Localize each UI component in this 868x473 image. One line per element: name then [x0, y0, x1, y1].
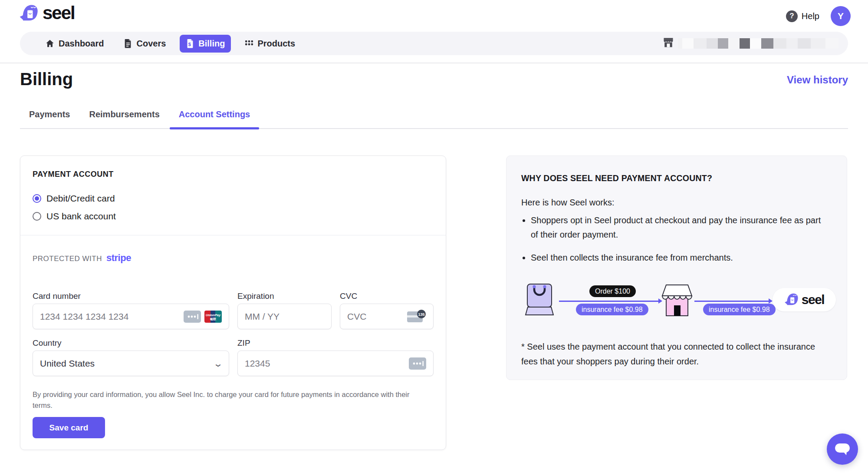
- radio-label: Debit/Credit card: [46, 193, 115, 204]
- seel-chip: seel: [773, 288, 836, 311]
- nav-label: Billing: [198, 39, 225, 49]
- seel-mascot-icon: [19, 3, 39, 23]
- header-actions: ? Help Y: [786, 6, 851, 26]
- seel-chip-wordmark: seel: [802, 292, 824, 307]
- user-avatar[interactable]: Y: [831, 6, 851, 26]
- radio-selected-icon: [33, 194, 41, 203]
- help-question-icon: ?: [786, 10, 798, 22]
- card-divider: [20, 235, 446, 235]
- svg-text:$: $: [188, 42, 191, 47]
- save-card-button[interactable]: Save card: [33, 417, 105, 438]
- protected-with-label: PROTECTED WITH: [33, 255, 102, 263]
- insurance-fee-badge-2: insurance fee $0.98: [703, 304, 776, 315]
- nav-label: Products: [257, 39, 295, 49]
- main-navbar: Dashboard Covers $ Billing Products: [20, 32, 848, 55]
- receipt-icon: $: [186, 39, 194, 48]
- nav-label: Dashboard: [59, 39, 104, 49]
- expiration-field[interactable]: [237, 304, 332, 329]
- nav-item-covers[interactable]: Covers: [118, 35, 172, 53]
- arrow-merchant-to-seel-icon: [694, 301, 772, 302]
- tab-account-settings[interactable]: Account Settings: [170, 109, 259, 128]
- nav-item-products[interactable]: Products: [239, 35, 301, 53]
- radio-us-bank-account[interactable]: US bank account: [33, 211, 116, 222]
- nav-item-billing[interactable]: $ Billing: [180, 35, 231, 53]
- billing-tabs: Payments Reimbursements Account Settings: [20, 109, 848, 129]
- zip-input[interactable]: [245, 358, 405, 369]
- zip-label: ZIP: [237, 338, 250, 348]
- shopping-bag-icon: [523, 283, 560, 317]
- nav-label: Covers: [136, 39, 166, 49]
- cvc-field[interactable]: 135: [340, 304, 434, 329]
- bullet-item: Seel then collects the insurance fee fro…: [531, 251, 826, 265]
- tab-reimbursements[interactable]: Reimbursements: [80, 109, 169, 128]
- tab-payments[interactable]: Payments: [20, 109, 79, 128]
- redacted-store-name: [678, 38, 838, 49]
- merchant-store-icon: [659, 283, 695, 317]
- why-seel-bullets: Shoppers opt in Seel product at checkout…: [531, 213, 826, 274]
- help-label: Help: [802, 11, 819, 21]
- payment-account-card: PAYMENT ACCOUNT Debit/Credit card US ban…: [20, 155, 446, 450]
- svg-text:银联: 银联: [210, 317, 217, 321]
- svg-text:UnionPay: UnionPay: [206, 313, 221, 317]
- order-amount-badge: Order $100: [589, 285, 636, 297]
- cvc-card-icon: 135: [407, 310, 426, 324]
- stripe-logo: stripe: [106, 252, 131, 264]
- document-icon: [124, 39, 132, 48]
- country-value: United States: [40, 358, 211, 369]
- arrow-shopper-to-merchant-icon: [559, 301, 661, 302]
- avatar-initial: Y: [838, 11, 844, 21]
- country-select[interactable]: United States ⌄: [33, 351, 229, 376]
- cvc-label: CVC: [340, 291, 357, 301]
- card-number-label: Card number: [33, 291, 81, 301]
- zip-card-icon: [409, 357, 426, 370]
- grid-icon: [245, 39, 253, 48]
- chat-launcher-button[interactable]: [827, 433, 858, 465]
- view-history-link[interactable]: View history: [787, 74, 848, 86]
- card-number-field[interactable]: UnionPay银联: [33, 304, 229, 329]
- chat-bubble-icon: [834, 442, 851, 456]
- page-title: Billing: [20, 69, 73, 89]
- panel-footnote: * Seel uses the payment account that you…: [521, 339, 834, 369]
- expiration-input[interactable]: [245, 311, 324, 322]
- cvc-input[interactable]: [347, 311, 404, 322]
- seel-mascot-icon: [784, 292, 799, 308]
- seel-logo[interactable]: seel: [19, 3, 75, 23]
- payment-account-title: PAYMENT ACCOUNT: [33, 170, 114, 179]
- why-seel-intro: Here is how Seel works:: [521, 198, 615, 208]
- svg-text:135: 135: [418, 312, 424, 316]
- radio-debit-credit-card[interactable]: Debit/Credit card: [33, 193, 115, 204]
- home-icon: [45, 39, 55, 48]
- why-seel-panel: WHY DOES SEEL NEED PAYMENT ACCOUNT? Here…: [506, 155, 847, 380]
- unionpay-icon: UnionPay银联: [204, 311, 222, 323]
- why-seel-title: WHY DOES SEEL NEED PAYMENT ACCOUNT?: [521, 173, 712, 183]
- radio-label: US bank account: [46, 211, 116, 222]
- chevron-down-icon: ⌄: [213, 358, 223, 369]
- nav-item-dashboard[interactable]: Dashboard: [39, 35, 110, 53]
- bullet-item: Shoppers opt in Seel product at checkout…: [531, 213, 826, 242]
- card-disclaimer: By providing your card information, you …: [33, 389, 421, 411]
- radio-unselected-icon: [33, 212, 41, 221]
- card-number-input[interactable]: [40, 311, 180, 322]
- card-brand-generic-icon: [184, 311, 201, 323]
- insurance-fee-badge-1: insurance fee $0.98: [576, 304, 648, 315]
- store-selector[interactable]: [662, 36, 838, 50]
- zip-field[interactable]: [237, 351, 434, 376]
- store-icon: [662, 36, 674, 50]
- logo-wordmark: seel: [43, 3, 75, 23]
- expiration-label: Expiration: [237, 291, 274, 301]
- help-button[interactable]: ? Help: [786, 10, 819, 22]
- country-label: Country: [33, 338, 62, 348]
- app-header: seel ? Help Y Dashboard Covers: [0, 0, 868, 63]
- billing-page: seel ? Help Y Dashboard Covers: [0, 0, 868, 473]
- protected-with-stripe: PROTECTED WITH stripe: [33, 252, 131, 264]
